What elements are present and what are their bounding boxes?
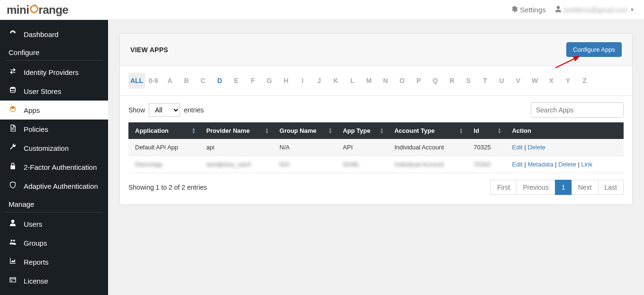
cell: 70325 [467, 139, 506, 156]
col-application[interactable]: Application▲▼ [128, 122, 200, 139]
sidebar-item-label: Groups [24, 239, 47, 247]
col-provider-name[interactable]: Provider Name▲▼ [200, 122, 273, 139]
alpha-E[interactable]: E [228, 73, 245, 89]
alpha-W[interactable]: W [526, 73, 543, 89]
user-menu[interactable]: testdemo@gmail.com ▼ [552, 3, 638, 16]
sidebar-item-label: Policies [24, 125, 48, 133]
alpha-U[interactable]: U [493, 73, 510, 89]
sidebar-item-label: User Stores [24, 87, 61, 95]
col-group-name[interactable]: Group Name▲▼ [273, 122, 336, 139]
sidebar-item-2fa[interactable]: 2-Factor Authentication [0, 157, 108, 176]
alpha-K[interactable]: K [327, 73, 344, 89]
sidebar-item-users[interactable]: Users [0, 214, 108, 233]
sidebar-item-groups[interactable]: Groups [0, 233, 108, 252]
alpha-X[interactable]: X [543, 73, 560, 89]
alpha-N[interactable]: N [377, 73, 394, 89]
sidebar-item-identity-providers[interactable]: Identity Providers [0, 63, 108, 82]
exchange-icon [9, 67, 17, 77]
brand-prefix: mini [7, 3, 29, 17]
col-action[interactable]: Action [505, 122, 624, 139]
sort-icon: ▲▼ [191, 128, 196, 134]
col-app-type[interactable]: App Type▲▼ [336, 122, 388, 139]
page-next[interactable]: Next [571, 180, 599, 195]
sidebar-item-license[interactable]: License [0, 271, 108, 290]
alpha-S[interactable]: S [460, 73, 477, 89]
sidebar: Dashboard Configure Identity Providers U… [0, 20, 108, 295]
alpha-O[interactable]: O [394, 73, 410, 89]
entries-label: entries [184, 106, 204, 114]
alpha-V[interactable]: V [510, 73, 526, 89]
table-head: Application▲▼Provider Name▲▼Group Name▲▼… [128, 122, 624, 139]
action-edit[interactable]: Edit [512, 144, 522, 151]
sidebar-item-policies[interactable]: Policies [0, 120, 108, 138]
entries-select[interactable]: All [149, 103, 180, 117]
page-1[interactable]: 1 [555, 180, 572, 195]
alpha-P[interactable]: P [410, 73, 427, 89]
sidebar-item-customization[interactable]: Customization [0, 138, 108, 157]
alpha-D[interactable]: D [211, 73, 228, 89]
sidebar-item-dashboard[interactable]: Dashboard [0, 25, 108, 44]
settings-link[interactable]: Settings [508, 3, 548, 16]
controls-row: Show All entries [120, 96, 632, 122]
sidebar-item-label: Users [24, 220, 42, 228]
content: VIEW APPS Configure Apps ALL0-9ABCDEFGHI… [108, 20, 644, 295]
alpha-Z[interactable]: Z [576, 73, 593, 89]
table-body: Default API AppapiN/AAPIIndividual Accou… [128, 139, 624, 173]
wrench-icon [9, 143, 17, 153]
page-prev[interactable]: Previous [516, 180, 555, 195]
alpha-J[interactable]: J [311, 73, 327, 89]
cell: api [200, 139, 273, 156]
action-delete[interactable]: Delete [558, 161, 576, 168]
configure-apps-button[interactable]: Configure Apps [566, 42, 622, 57]
user-icon [9, 219, 17, 229]
panel: VIEW APPS Configure Apps ALL0-9ABCDEFGHI… [119, 33, 633, 205]
alpha-Q[interactable]: Q [427, 73, 444, 89]
card-icon [9, 276, 17, 286]
action-edit[interactable]: Edit [512, 161, 522, 168]
action-delete[interactable]: Delete [527, 144, 545, 151]
user-icon [554, 5, 562, 14]
page-first[interactable]: First [490, 180, 517, 195]
cell: N/A [273, 156, 336, 173]
sort-icon: ▲▼ [498, 128, 502, 134]
sidebar-item-user-stores[interactable]: User Stores [0, 82, 108, 101]
alpha-R[interactable]: R [444, 73, 460, 89]
user-email: testdemo@gmail.com [564, 6, 628, 14]
alpha-F[interactable]: F [245, 73, 261, 89]
alpha-L[interactable]: L [344, 73, 361, 89]
chart-icon [9, 257, 17, 267]
lock-icon [9, 162, 17, 172]
sidebar-divider [6, 212, 102, 212]
svg-point-0 [31, 5, 38, 12]
alpha-all[interactable]: ALL [128, 73, 145, 89]
sidebar-heading-configure: Configure [0, 44, 108, 60]
alpha-T[interactable]: T [477, 73, 493, 89]
search-input[interactable] [531, 102, 624, 118]
cell: Individual Account [388, 139, 467, 156]
alpha-I[interactable]: I [294, 73, 311, 89]
apps-table: Application▲▼Provider Name▲▼Group Name▲▼… [128, 122, 624, 173]
cell: N/A [273, 139, 336, 156]
alpha-M[interactable]: M [361, 73, 377, 89]
alpha-Y[interactable]: Y [560, 73, 576, 89]
sort-icon: ▲▼ [265, 128, 269, 134]
action-metadata[interactable]: Metadata [527, 161, 553, 168]
show-entries: Show All entries [128, 103, 204, 117]
dashboard-icon [9, 29, 17, 39]
alpha-H[interactable]: H [278, 73, 294, 89]
table-row: Default API AppapiN/AAPIIndividual Accou… [128, 139, 624, 156]
sidebar-item-apps[interactable]: Apps [0, 101, 108, 120]
col-id[interactable]: Id▲▼ [467, 122, 506, 139]
action-link[interactable]: Link [581, 161, 592, 168]
alpha-A[interactable]: A [162, 73, 178, 89]
alpha-G[interactable]: G [261, 73, 278, 89]
col-account-type[interactable]: Account Type▲▼ [388, 122, 467, 139]
alpha-C[interactable]: C [195, 73, 211, 89]
alpha-0-9[interactable]: 0-9 [145, 73, 162, 89]
cell-actions: Edit | Metadata | Delete | Link [505, 156, 624, 173]
brand-suffix: range [38, 3, 68, 17]
alpha-B[interactable]: B [178, 73, 195, 89]
sidebar-item-reports[interactable]: Reports [0, 252, 108, 271]
page-last[interactable]: Last [598, 180, 624, 195]
sidebar-item-adaptive-auth[interactable]: Adaptive Authentication [0, 176, 108, 195]
